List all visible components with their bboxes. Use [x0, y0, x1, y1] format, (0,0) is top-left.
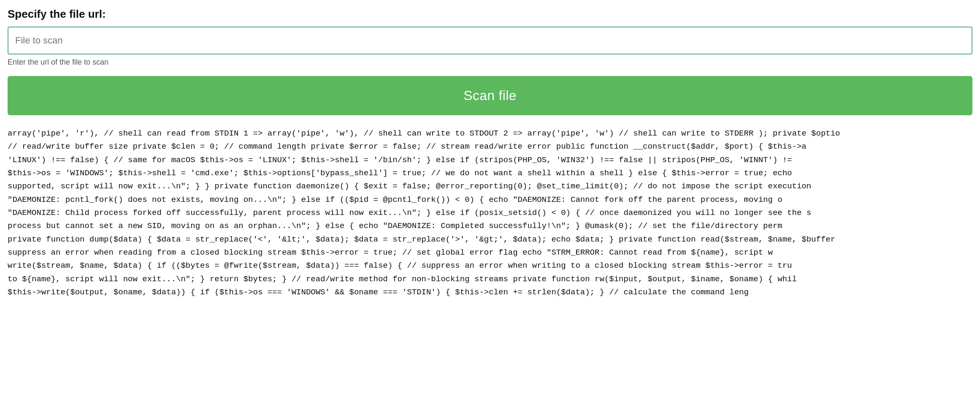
input-wrapper — [8, 27, 972, 54]
input-hint: Enter the url of the file to scan — [8, 58, 972, 67]
section-label: Specify the file url: — [8, 8, 972, 21]
url-input[interactable] — [8, 27, 972, 54]
scan-file-button[interactable]: Scan file — [8, 76, 972, 115]
page-container: Specify the file url: Enter the url of t… — [0, 0, 980, 307]
code-block: array('pipe', 'r'), // shell can read fr… — [8, 127, 972, 299]
